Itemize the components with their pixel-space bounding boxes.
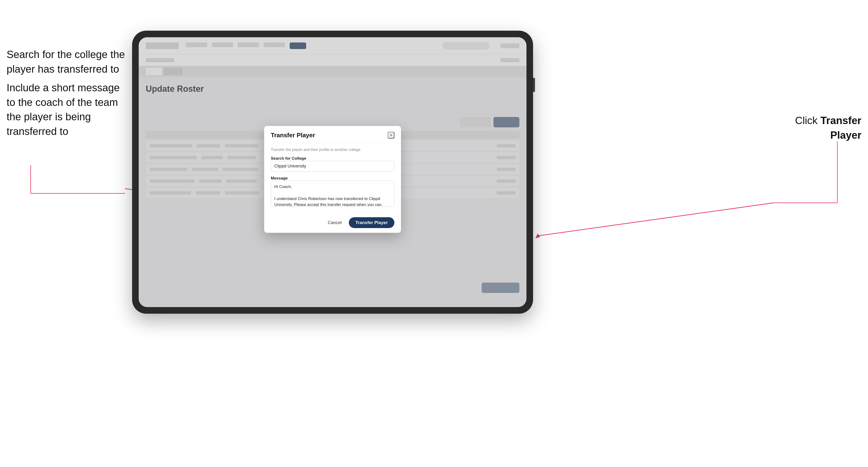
modal-header: Transfer Player × (264, 126, 401, 143)
tablet-screen: Update Roster (139, 37, 526, 307)
message-textarea[interactable]: Hi Coach, I understand Chris Robertson h… (271, 181, 394, 207)
search-college-input[interactable] (271, 161, 394, 172)
transfer-player-button[interactable]: Transfer Player (349, 217, 394, 228)
modal-overlay: Transfer Player × Transfer the player an… (139, 37, 526, 307)
message-label: Message (271, 176, 288, 181)
annotation-text-message: Include a short message to the coach of … (7, 81, 129, 138)
annotation-left: Search for the college the player has tr… (7, 47, 129, 139)
search-college-label: Search for College (271, 156, 306, 161)
annotation-right: Click Transfer Player (762, 113, 861, 142)
tablet-device: Update Roster (132, 31, 533, 314)
tablet-side-button (533, 78, 535, 92)
modal-footer: Cancel Transfer Player (264, 213, 401, 233)
modal-title: Transfer Player (271, 132, 315, 139)
annotation-bold: Transfer Player (820, 115, 861, 141)
svg-line-2 (538, 203, 774, 236)
modal-close-button[interactable]: × (388, 132, 394, 138)
annotation-text-search: Search for the college the player has tr… (7, 47, 129, 76)
svg-marker-3 (535, 234, 540, 238)
annotation-text-click: Click Transfer Player (762, 113, 861, 142)
transfer-player-modal: Transfer Player × Transfer the player an… (264, 126, 401, 233)
modal-body: Transfer the player and their profile to… (264, 143, 401, 213)
modal-description: Transfer the player and their profile to… (271, 148, 394, 152)
cancel-button[interactable]: Cancel (324, 218, 345, 227)
